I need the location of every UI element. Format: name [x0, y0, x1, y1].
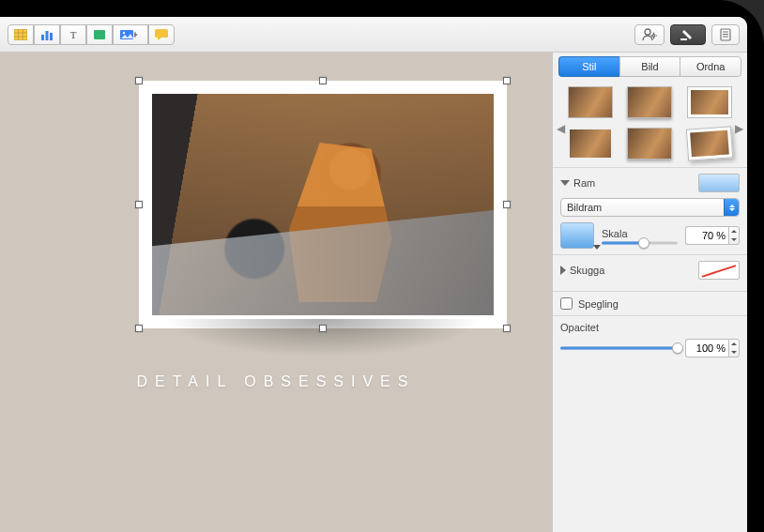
svg-rect-16: [680, 38, 687, 40]
disclosure-shadow-icon[interactable]: [560, 266, 566, 275]
tab-style[interactable]: Stil: [558, 56, 619, 77]
frame-color-swatch[interactable]: [560, 222, 594, 249]
comment-button[interactable]: [148, 24, 175, 45]
styles-prev-icon[interactable]: ◀: [555, 122, 567, 135]
opacity-label: Opacitet: [560, 322, 740, 333]
scale-value-input[interactable]: [685, 226, 728, 245]
image-frame: [139, 81, 507, 328]
image-content: [152, 94, 494, 315]
shadow-title: Skugga: [570, 265, 604, 276]
collaborate-button[interactable]: [634, 24, 665, 45]
tab-arrange[interactable]: Ordna: [680, 56, 741, 77]
svg-rect-0: [14, 29, 27, 40]
svg-point-15: [652, 34, 655, 37]
scale-stepper[interactable]: [685, 226, 740, 245]
section-reflection: Spegling: [553, 291, 747, 315]
svg-rect-5: [41, 35, 44, 40]
frame-type-popup[interactable]: Bildram: [560, 198, 740, 217]
frame-type-value: Bildram: [567, 202, 602, 213]
opacity-value-input[interactable]: [685, 339, 728, 357]
format-button[interactable]: [670, 24, 706, 45]
frame-title: Ram: [573, 177, 595, 189]
opacity-stepper[interactable]: [685, 339, 740, 357]
disclosure-frame-icon[interactable]: [560, 180, 570, 186]
inspector-panel: Stil Bild Ordna ◀: [552, 53, 747, 532]
svg-rect-7: [50, 33, 53, 40]
section-shadow: Skugga: [553, 254, 747, 291]
style-thumb-2[interactable]: [627, 86, 672, 118]
opacity-slider[interactable]: [560, 341, 678, 356]
scale-stepper-buttons[interactable]: [728, 226, 740, 245]
section-frame: Ram Bildram Skala: [553, 167, 747, 254]
style-thumb-6[interactable]: [686, 126, 733, 160]
svg-rect-12: [155, 29, 168, 38]
image-styles-grid: [553, 83, 747, 161]
frame-style-swatch[interactable]: [698, 174, 740, 192]
shadow-none-swatch[interactable]: [698, 261, 740, 280]
svg-rect-9: [94, 30, 105, 39]
style-thumb-5[interactable]: [627, 128, 672, 160]
section-opacity: Opacitet: [553, 315, 747, 363]
text-button[interactable]: T: [60, 24, 86, 45]
table-button[interactable]: [8, 24, 34, 45]
app-window: T: [0, 17, 747, 532]
style-thumb-4[interactable]: [568, 128, 613, 160]
shape-button[interactable]: [86, 24, 113, 45]
popup-arrows-icon: [724, 199, 739, 216]
style-thumb-1[interactable]: [568, 86, 613, 118]
toolbar: T: [0, 17, 747, 53]
device-frame: T: [0, 0, 764, 532]
tab-image[interactable]: Bild: [619, 56, 680, 77]
reflection-label: Spegling: [578, 298, 619, 310]
styles-next-icon[interactable]: ▶: [733, 122, 745, 135]
svg-text:T: T: [70, 29, 77, 40]
svg-marker-13: [158, 38, 161, 40]
svg-point-11: [123, 31, 125, 33]
inspector-tabs: Stil Bild Ordna: [558, 56, 741, 77]
opacity-stepper-buttons[interactable]: [728, 339, 740, 357]
reflection-checkbox[interactable]: [560, 297, 573, 310]
chart-button[interactable]: [34, 24, 60, 45]
svg-rect-6: [46, 31, 49, 40]
slide-canvas[interactable]: DETAIL OBSESSIVES: [0, 53, 552, 532]
svg-point-14: [645, 29, 650, 35]
media-button[interactable]: [113, 24, 148, 45]
slide-caption[interactable]: DETAIL OBSESSIVES: [0, 373, 552, 390]
style-thumb-3[interactable]: [687, 86, 732, 118]
selected-image[interactable]: [139, 81, 507, 328]
document-button[interactable]: [711, 24, 740, 45]
